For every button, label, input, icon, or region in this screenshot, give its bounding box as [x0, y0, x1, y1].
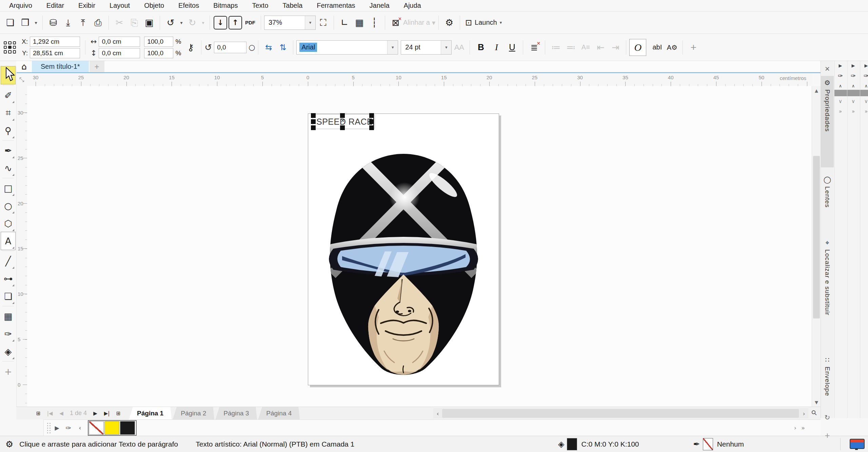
- selection-handle[interactable]: [311, 113, 316, 118]
- y-position-field[interactable]: 28,551 cm: [30, 48, 80, 58]
- bullets-button[interactable]: ≔: [548, 40, 563, 55]
- font-list-combo[interactable]: Arial ▾: [296, 40, 398, 55]
- text-tool[interactable]: A: [1, 232, 15, 250]
- new-document-button[interactable]: ❏: [3, 15, 18, 30]
- scale-v-field[interactable]: 100,0: [144, 48, 173, 58]
- document-tab-active[interactable]: Sem título-1*: [32, 61, 89, 72]
- horizontal-scroll-thumb[interactable]: [442, 409, 799, 418]
- palette-scroll-up-button[interactable]: ∧: [847, 81, 859, 90]
- crop-tool[interactable]: ⌗: [1, 104, 15, 122]
- mirror-horizontal-button[interactable]: ⇆: [261, 43, 276, 52]
- menu-texto[interactable]: Texto: [245, 2, 275, 9]
- scroll-down-button[interactable]: ▼: [812, 398, 821, 407]
- bspline-tool[interactable]: ∿: [1, 159, 15, 177]
- import-button[interactable]: ↓: [213, 15, 228, 30]
- align-to-dropdown[interactable]: Alinhar a ▾: [403, 19, 435, 27]
- text-alignment-button[interactable]: ≣ ✕: [526, 40, 542, 55]
- menu-janela[interactable]: Janela: [362, 2, 397, 9]
- text-properties-button[interactable]: O: [629, 39, 646, 56]
- palette-scroll-down-button[interactable]: ∨: [834, 96, 846, 106]
- cut-button[interactable]: ✂: [112, 15, 127, 30]
- selection-handle[interactable]: [340, 113, 345, 118]
- x-position-field[interactable]: 1,292 cm: [30, 37, 80, 47]
- artwork-helmet-face[interactable]: [308, 114, 499, 385]
- add-docker-button[interactable]: +: [821, 430, 834, 441]
- undo-button[interactable]: ↺: [163, 15, 178, 30]
- selection-handle[interactable]: [369, 119, 374, 124]
- page-tab-2[interactable]: Página 2: [173, 407, 214, 420]
- indent-increase-button[interactable]: ⇥: [608, 40, 623, 55]
- open-button[interactable]: ❒: [18, 15, 33, 30]
- font-size-combo[interactable]: 24 pt ▾: [401, 40, 452, 55]
- previous-page-button[interactable]: ◀: [56, 408, 66, 418]
- horizontal-scrollbar[interactable]: ‹ ›: [433, 408, 808, 418]
- menu-arquivo[interactable]: Arquivo: [2, 2, 39, 9]
- palette-flyout-button[interactable]: ▶: [847, 61, 859, 70]
- menu-tabela[interactable]: Tabela: [275, 2, 310, 9]
- outline-color-swatch[interactable]: [703, 438, 713, 450]
- docker-tab-envelope[interactable]: ∷ Envelope: [821, 353, 834, 407]
- palette-expand-button[interactable]: »: [860, 106, 868, 117]
- home-icon[interactable]: ⌂: [16, 61, 32, 72]
- publish-pdf-button[interactable]: PDF: [243, 15, 258, 30]
- scale-h-field[interactable]: 100,0: [144, 37, 173, 47]
- fullscreen-preview-button[interactable]: ⛶: [316, 15, 331, 30]
- ellipse-tool[interactable]: ○: [1, 197, 15, 214]
- export-button[interactable]: ↑: [228, 15, 243, 30]
- palette-scroll-down-button[interactable]: ∨: [847, 96, 859, 106]
- scrollbar-zoom-icon[interactable]: ⚲: [807, 406, 821, 420]
- drop-shadow-tool[interactable]: ❏: [1, 287, 15, 305]
- artwork-text[interactable]: SPEED RACE: [316, 117, 374, 127]
- status-gear-icon[interactable]: ⚙: [5, 439, 13, 449]
- display-color-settings-icon[interactable]: [850, 439, 865, 449]
- add-page-button[interactable]: ⊞: [33, 408, 43, 418]
- snap-off-button[interactable]: ⊠ ✕: [388, 15, 403, 30]
- bold-button[interactable]: B: [473, 40, 489, 55]
- scroll-left-button[interactable]: ‹: [433, 408, 442, 418]
- next-page-button[interactable]: ▶: [90, 408, 100, 418]
- lock-ratio-button[interactable]: ⚷: [183, 40, 198, 55]
- palette-expand-button[interactable]: »: [834, 106, 846, 117]
- palette-scroll-left-button[interactable]: ‹: [74, 422, 86, 434]
- palette-flyout-button[interactable]: ▶: [860, 61, 868, 70]
- pen-tool[interactable]: ✒: [1, 142, 15, 159]
- horizontal-ruler[interactable]: centímetros 3025201510505101520253035404…: [27, 73, 812, 86]
- palette-scroll-up-button[interactable]: ∧: [860, 81, 868, 90]
- palette-flyout-button[interactable]: ▶: [51, 422, 63, 434]
- connector-tool[interactable]: ⊶: [1, 270, 15, 287]
- palette-flyout-button[interactable]: ▶: [834, 61, 846, 70]
- underline-button[interactable]: U: [504, 40, 520, 55]
- fill-color-swatch[interactable]: [567, 438, 577, 450]
- selection-handle[interactable]: [311, 119, 316, 124]
- menu-ferramentas[interactable]: Ferramentas: [310, 2, 362, 9]
- text-options-button[interactable]: A⚙: [665, 40, 679, 55]
- palette-scroll-right-button[interactable]: ›: [794, 424, 796, 431]
- save-button[interactable]: ⛁: [46, 15, 61, 30]
- menu-editar[interactable]: Editar: [39, 2, 71, 9]
- polygon-tool[interactable]: ⬡: [1, 214, 15, 232]
- menu-ajuda[interactable]: Ajuda: [397, 2, 428, 9]
- object-height-field[interactable]: 0,0 cm: [99, 48, 140, 58]
- redo-dropdown[interactable]: ▾: [200, 15, 206, 30]
- transparency-tool[interactable]: ▦: [1, 307, 15, 325]
- menu-layout[interactable]: Layout: [102, 2, 137, 9]
- show-grid-button[interactable]: ▦: [352, 15, 367, 30]
- vertical-scrollbar[interactable]: ▲ ▼: [812, 86, 821, 407]
- palette-eyedropper-button[interactable]: ✑: [834, 70, 846, 81]
- scroll-right-button[interactable]: ›: [800, 408, 808, 418]
- docker-tab-propriedades[interactable]: ⚙ Propriedades: [821, 76, 834, 167]
- first-page-button[interactable]: |◀: [45, 408, 55, 418]
- object-position-anchor[interactable]: [3, 40, 17, 55]
- launch-dropdown[interactable]: ⊡ Launch ▾: [463, 18, 504, 27]
- redo-button[interactable]: ↻: [185, 15, 200, 30]
- open-dropdown[interactable]: ▾: [33, 15, 39, 30]
- cloud-download-button[interactable]: ⤓: [61, 15, 76, 30]
- rectangle-tool[interactable]: □: [1, 179, 15, 197]
- options-gear-button[interactable]: ⚙: [442, 15, 457, 30]
- object-width-field[interactable]: 0,0 cm: [99, 37, 140, 47]
- docker-tab-lentes[interactable]: ◯ Lentes: [821, 173, 834, 230]
- last-page-button[interactable]: ▶|: [102, 408, 112, 418]
- drawing-canvas[interactable]: SPEED RACE ✕: [27, 86, 812, 407]
- scroll-up-button[interactable]: ▲: [812, 86, 821, 95]
- show-guidelines-button[interactable]: ┆: [367, 15, 382, 30]
